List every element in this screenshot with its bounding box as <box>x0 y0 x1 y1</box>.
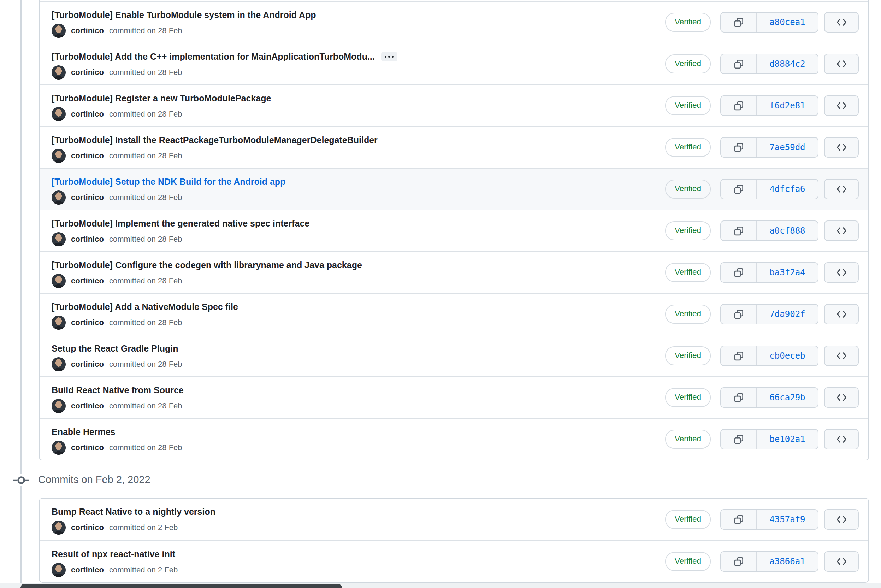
verified-badge[interactable]: Verified <box>665 510 711 529</box>
avatar[interactable] <box>52 399 66 413</box>
commit-actions: Verified cb0eceb <box>665 346 859 366</box>
copy-sha-button[interactable] <box>721 263 757 282</box>
verified-badge[interactable]: Verified <box>665 346 711 365</box>
commit-title-link[interactable]: [TurboModule] Setup the NDK Build for th… <box>52 176 285 187</box>
commit-title-link[interactable]: [TurboModule] Enable TurboModule system … <box>52 9 316 20</box>
copy-icon <box>734 309 743 319</box>
browse-code-button[interactable] <box>824 509 859 530</box>
commit-author-link[interactable]: cortinico <box>71 401 104 411</box>
commit-sha-link[interactable]: a80cea1 <box>757 13 818 32</box>
copy-sha-button[interactable] <box>721 510 757 529</box>
commit-sha-link[interactable]: f6d2e81 <box>757 96 818 115</box>
commit-title-link[interactable]: Enable Hermes <box>52 426 115 437</box>
avatar[interactable] <box>52 441 66 455</box>
browse-code-button[interactable] <box>824 304 859 324</box>
commit-date-text: committed on 28 Feb <box>109 26 182 35</box>
commit-message-expand-button[interactable] <box>381 52 397 62</box>
copy-sha-button[interactable] <box>721 180 757 199</box>
verified-badge[interactable]: Verified <box>665 430 711 449</box>
commit-sha-link[interactable]: 4dfcfa6 <box>757 180 818 199</box>
commit-author-link[interactable]: cortinico <box>71 235 104 244</box>
avatar[interactable] <box>52 520 66 535</box>
horizontal-scrollbar-thumb[interactable] <box>21 584 342 588</box>
browse-code-button[interactable] <box>824 262 859 283</box>
commit-title-link[interactable]: Bump React Native to a nightly version <box>52 506 216 517</box>
commit-sha-link[interactable]: be102a1 <box>757 430 818 449</box>
commit-title-link[interactable]: Build React Native from Source <box>52 385 184 395</box>
commit-title-link[interactable]: Setup the React Gradle Plugin <box>52 343 178 354</box>
verified-badge[interactable]: Verified <box>665 96 711 115</box>
browse-code-button[interactable] <box>824 220 859 241</box>
verified-badge[interactable]: Verified <box>665 388 711 407</box>
avatar[interactable] <box>52 232 66 246</box>
avatar[interactable] <box>52 65 66 80</box>
browse-code-button[interactable] <box>824 12 859 33</box>
commit-sha-link[interactable]: a3866a1 <box>757 552 818 571</box>
copy-sha-button[interactable] <box>721 96 757 115</box>
copy-sha-button[interactable] <box>721 13 757 32</box>
commit-author-link[interactable]: cortinico <box>71 193 104 202</box>
commit-title-link[interactable]: [TurboModule] Configure the codegen with… <box>52 260 362 270</box>
commit-author-link[interactable]: cortinico <box>71 26 104 35</box>
avatar[interactable] <box>52 563 66 577</box>
commit-sha-link[interactable]: 4357af9 <box>757 510 818 529</box>
commit-sha-link[interactable]: cb0eceb <box>757 346 818 365</box>
verified-badge[interactable]: Verified <box>665 180 711 199</box>
avatar[interactable] <box>52 24 66 38</box>
verified-badge[interactable]: Verified <box>665 263 711 282</box>
verified-badge[interactable]: Verified <box>665 552 711 571</box>
avatar[interactable] <box>52 274 66 288</box>
browse-code-button[interactable] <box>824 346 859 366</box>
verified-badge[interactable]: Verified <box>665 13 711 32</box>
commit-author-link[interactable]: cortinico <box>71 360 104 369</box>
copy-sha-button[interactable] <box>721 54 757 74</box>
commit-author-link[interactable]: cortinico <box>71 566 104 574</box>
commit-author-link[interactable]: cortinico <box>71 68 104 77</box>
commit-title-link[interactable]: Result of npx react-native init <box>52 549 175 560</box>
commit-sha-link[interactable]: ba3f2a4 <box>757 263 818 282</box>
commit-sha-link[interactable]: a0cf888 <box>757 221 818 240</box>
commit-sha-link[interactable]: d8884c2 <box>757 54 818 74</box>
browse-code-button[interactable] <box>824 137 859 158</box>
code-icon <box>836 59 847 69</box>
avatar[interactable] <box>52 315 66 330</box>
verified-badge[interactable]: Verified <box>665 221 711 240</box>
copy-sha-button[interactable] <box>721 430 757 449</box>
commit-title-link[interactable]: [TurboModule] Install the ReactPackageTu… <box>52 135 378 145</box>
verified-badge[interactable]: Verified <box>665 304 711 324</box>
commit-title-link[interactable]: [TurboModule] Add the C++ implementation… <box>52 51 375 62</box>
commit-title-link[interactable]: [TurboModule] Add a NativeModule Spec fi… <box>52 302 238 312</box>
copy-sha-button[interactable] <box>721 552 757 571</box>
copy-icon <box>734 351 743 361</box>
copy-sha-button[interactable] <box>721 221 757 240</box>
commit-sha-link[interactable]: 7da902f <box>757 304 818 324</box>
commit-title-link[interactable]: [TurboModule] Register a new TurboModule… <box>52 93 271 104</box>
avatar[interactable] <box>52 107 66 121</box>
browse-code-button[interactable] <box>824 54 859 74</box>
avatar[interactable] <box>52 357 66 371</box>
commit-sha-link[interactable]: 7ae59dd <box>757 138 818 157</box>
browse-code-button[interactable] <box>824 551 859 572</box>
avatar[interactable] <box>52 190 66 205</box>
commit-title-link[interactable]: [TurboModule] Implement the generated na… <box>52 218 309 229</box>
commit-author-link[interactable]: cortinico <box>71 276 104 285</box>
sha-button-group: a0cf888 <box>720 220 818 241</box>
copy-sha-button[interactable] <box>721 304 757 324</box>
verified-badge[interactable]: Verified <box>665 54 711 74</box>
copy-sha-button[interactable] <box>721 346 757 365</box>
commit-author-link[interactable]: cortinico <box>71 318 104 327</box>
commit-author-link[interactable]: cortinico <box>71 151 104 160</box>
verified-badge[interactable]: Verified <box>665 138 711 157</box>
commit-author-link[interactable]: cortinico <box>71 523 104 532</box>
avatar[interactable] <box>52 149 66 163</box>
commit-author-link[interactable]: cortinico <box>71 110 104 119</box>
code-icon <box>836 143 847 152</box>
browse-code-button[interactable] <box>824 429 859 450</box>
browse-code-button[interactable] <box>824 387 859 408</box>
copy-sha-button[interactable] <box>721 138 757 157</box>
commit-author-link[interactable]: cortinico <box>71 443 104 452</box>
browse-code-button[interactable] <box>824 179 859 199</box>
copy-sha-button[interactable] <box>721 388 757 407</box>
browse-code-button[interactable] <box>824 95 859 116</box>
commit-sha-link[interactable]: 66ca29b <box>757 388 818 407</box>
